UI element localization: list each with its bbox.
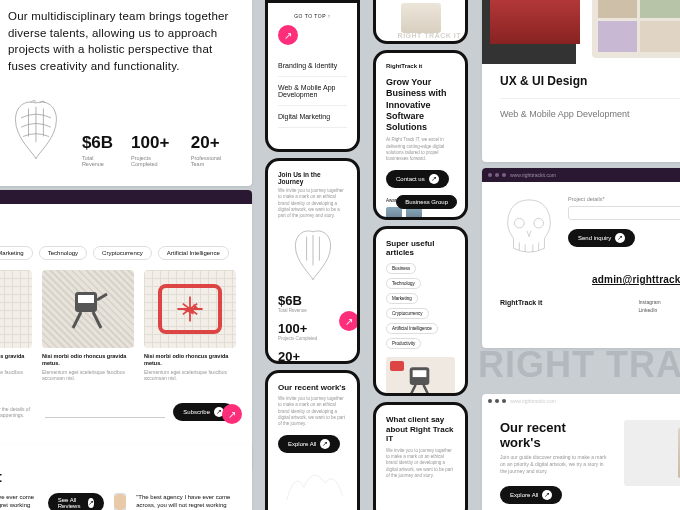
articles-browser: www.righttrackit.com articles Business M… — [0, 190, 252, 470]
collage-image — [592, 0, 680, 58]
quote: "The best agency I have ever come across… — [136, 493, 234, 510]
tag[interactable]: Cryptocurrency — [93, 246, 152, 260]
article-card[interactable]: Nisi morbi odio rhoncus gravida metus. E… — [144, 270, 236, 381]
services-browser: UX & UI Design Web & Mobile App Developm… — [482, 0, 680, 162]
svg-point-7 — [515, 218, 525, 228]
menu-item[interactable]: Web & Mobile App Developmen — [278, 77, 347, 106]
hero-paragraph: Our multidisciplinary team brings togeth… — [8, 8, 230, 75]
article-card[interactable]: Nisi morbi odio rhoncus gravida metus. E… — [42, 270, 134, 381]
heading: Super useful articles — [386, 239, 455, 257]
project-details-input[interactable] — [568, 206, 680, 220]
line-sketch — [278, 453, 347, 510]
heart-illustration — [8, 93, 64, 167]
heading: Join Us in the Journey — [278, 171, 347, 185]
tag[interactable]: Artificial Intelligence — [386, 323, 438, 334]
field-label: Project details* — [568, 196, 680, 202]
tag[interactable]: Business — [386, 263, 416, 274]
menu-item[interactable]: Digital Marketing — [278, 106, 347, 128]
fab-icon[interactable]: ↗ — [278, 25, 298, 45]
service-sub: Web & Mobile App Development — [500, 98, 680, 119]
menu-item[interactable]: Branding & Identity — [278, 55, 347, 77]
logo: RightTrack it — [386, 63, 455, 69]
mascot-icon — [396, 367, 445, 395]
tag[interactable]: Artificial Intelligence — [158, 246, 229, 260]
plane-patch-icon — [158, 284, 222, 334]
explore-button[interactable]: Explore All↗ — [500, 486, 562, 504]
recent-works-browser: www.righttrackit.com Our recent work's J… — [482, 394, 680, 510]
contact-button[interactable]: Contact us↗ — [386, 170, 449, 188]
service-heading: UX & UI Design — [500, 74, 680, 88]
heading: What client say about Right Track IT — [386, 415, 455, 444]
browser-chrome: www.righttrackit.com — [482, 394, 680, 408]
browser-chrome: www.righttrackit.com — [0, 190, 252, 204]
tag-row: Business Marketing Technology Cryptocurr… — [0, 246, 234, 260]
thumbnail — [401, 3, 441, 33]
laptop-mockup — [624, 420, 680, 486]
testimonial-browser: www.righttrackit.com ay about "The best … — [0, 444, 252, 510]
heading: Grow Your Business with Innovative Softw… — [386, 77, 455, 133]
contact-browser: www.righttrackit.com Project details* Se… — [482, 168, 680, 348]
phone-fragment: RIGHT TRACK IT — [373, 0, 468, 44]
fab-icon[interactable]: ↗ — [339, 311, 359, 331]
email-link[interactable]: admin@righttrackit.Com ↗ — [500, 274, 680, 285]
mascot-icon — [0, 280, 22, 338]
phone-articles: Super useful articles Business Technolog… — [373, 226, 468, 396]
badge: Business Group — [396, 195, 457, 209]
heart-illustration — [289, 227, 337, 283]
tag[interactable]: Productivity — [386, 338, 421, 349]
svg-rect-4 — [78, 295, 94, 303]
desc: We invite you to journey together to mak… — [278, 188, 347, 219]
go-top-link[interactable]: GO TO TOP ↑ — [278, 13, 347, 19]
tag[interactable]: Marketing — [0, 246, 33, 260]
browser-chrome: www.righttrackit.com — [482, 168, 680, 182]
send-button[interactable]: Send inquiry↗ — [568, 229, 635, 247]
article-thumb[interactable] — [386, 357, 455, 396]
heading: Our recent work's — [278, 383, 347, 392]
explore-button[interactable]: Explore All↗ — [278, 435, 340, 453]
quote: "The best agency I have ever come across… — [0, 493, 38, 510]
stat: 100+ Projects Completed — [131, 133, 173, 167]
phone-menu: GO TO TOP ↑ ↗ Branding & Identity Web & … — [265, 0, 360, 152]
award-badge — [406, 207, 422, 220]
svg-rect-6 — [413, 370, 427, 377]
tag[interactable]: Technology — [39, 246, 87, 260]
svg-point-8 — [534, 218, 544, 228]
hero-image — [490, 0, 580, 44]
phone-recent-works: Our recent work's We invite you to journ… — [265, 370, 360, 510]
award-badge — [386, 207, 402, 220]
testimonial-heading: ay about — [0, 468, 234, 485]
stat: $6B Total Revenue — [82, 133, 113, 167]
brand-watermark: RIGHT TRACK — [478, 344, 680, 386]
new-badge-icon — [390, 361, 404, 371]
footer-link[interactable]: Instagram — [638, 299, 660, 305]
watermark: RIGHT TRACK IT — [398, 32, 461, 39]
stat: 20+ Professional Team — [191, 133, 230, 167]
subscribe-hint: Fill out the form here, know the details… — [0, 406, 37, 418]
articles-heading: articles — [0, 216, 234, 236]
tag[interactable]: Technology — [386, 278, 421, 289]
avatar — [114, 493, 126, 510]
hero-panel: Our multidisciplinary team brings togeth… — [0, 0, 252, 186]
phone-clients: What client say about Right Track IT We … — [373, 402, 468, 510]
phone-hero: RightTrack it Grow Your Business with In… — [373, 50, 468, 220]
browser-chrome: www.righttrackit.com — [0, 444, 252, 458]
see-reviews-button[interactable]: See All Reviews↗ — [48, 493, 105, 510]
logo: RightTrack it — [500, 299, 618, 315]
tag[interactable]: Marketing — [386, 293, 418, 304]
article-card[interactable]: Nisi morbi odio rhoncus gravida metus. E… — [0, 270, 32, 381]
tag[interactable]: Cryptocurrency — [386, 308, 429, 319]
email-input[interactable] — [45, 406, 165, 418]
mascot-icon — [52, 280, 124, 338]
footer-link[interactable]: LinkedIn — [638, 307, 660, 313]
skull-illustration — [500, 196, 558, 258]
fab-icon[interactable]: ↗ — [222, 404, 242, 424]
heading: Our recent work's — [500, 420, 610, 450]
phone-stats: Join Us in the Journey We invite you to … — [265, 158, 360, 364]
